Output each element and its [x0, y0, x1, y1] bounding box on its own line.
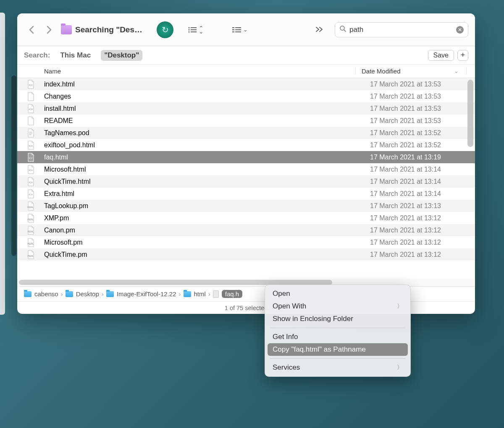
file-icon [17, 92, 44, 101]
finder-window: Searching "Des… ⌃⌄ ⌄ [17, 13, 475, 314]
file-row[interactable]: TagNames.pod17 March 2021 at 13:52 [17, 127, 475, 139]
pathbar-item[interactable]: Desktop [66, 290, 99, 298]
folder-icon [24, 291, 32, 297]
scope-this-mac[interactable]: This Mac [57, 50, 94, 61]
add-criteria-button[interactable]: + [457, 50, 468, 61]
svg-text:<>: <> [29, 107, 33, 111]
file-name: Extra.html [44, 190, 364, 198]
pathbar-item[interactable]: cabenso [24, 290, 58, 298]
ctx-services-label: Services [273, 363, 300, 372]
column-name[interactable]: Name [17, 68, 356, 75]
file-icon: PERL [17, 214, 44, 223]
file-icon [17, 128, 44, 138]
file-row[interactable]: PERLTagLookup.pm17 March 2021 at 13:13 [17, 200, 475, 212]
pathbar-label: Desktop [76, 290, 99, 298]
view-list-button[interactable]: ⌃⌄ [184, 24, 207, 36]
back-button[interactable] [24, 22, 39, 37]
svg-rect-7 [235, 27, 241, 28]
file-icon: <> [17, 153, 44, 162]
file-row[interactable]: Changes17 March 2021 at 13:53 [17, 90, 475, 102]
svg-text:<>: <> [29, 193, 33, 196]
scope-label: Search: [24, 51, 50, 60]
pathbar-label: Image-ExifTool-12.22 [117, 290, 176, 298]
svg-rect-5 [191, 31, 197, 32]
pathbar-item[interactable]: html [184, 290, 206, 298]
ctx-open-with[interactable]: Open With 〉 [265, 300, 410, 313]
svg-text:<>: <> [29, 83, 33, 87]
context-menu: Open Open With 〉 Show in Enclosing Folde… [265, 284, 411, 377]
svg-rect-6 [232, 27, 234, 28]
file-icon: <> [17, 177, 44, 186]
double-chevron-right-icon [315, 26, 324, 32]
file-name: Changes [44, 93, 364, 100]
file-date: 17 March 2021 at 13:53 [364, 93, 475, 100]
chevron-down-icon: ⌄ [243, 26, 248, 33]
pathbar-separator: › [61, 290, 63, 298]
file-row[interactable]: <>index.html17 March 2021 at 13:53 [17, 78, 475, 90]
file-name: install.html [44, 105, 364, 112]
file-name: faq.html [44, 154, 364, 161]
svg-rect-1 [191, 27, 197, 28]
vertical-scrollbar[interactable] [467, 80, 473, 147]
file-date: 17 March 2021 at 13:12 [364, 239, 475, 246]
file-name: TagNames.pod [44, 129, 364, 137]
ctx-copy-pathname[interactable]: Copy "faq.html" as Pathname [268, 343, 408, 356]
svg-text:PERL: PERL [28, 206, 34, 209]
file-row[interactable]: <>Microsoft.html17 March 2021 at 13:14 [17, 163, 475, 175]
svg-text:<>: <> [29, 144, 33, 148]
group-by-button[interactable]: ⌄ [229, 24, 251, 36]
forward-button[interactable] [42, 22, 57, 37]
file-row[interactable]: PERLCanon.pm17 March 2021 at 13:12 [17, 224, 475, 236]
svg-text:<>: <> [29, 180, 33, 184]
file-date: 17 March 2021 at 13:52 [364, 129, 475, 137]
ctx-get-info[interactable]: Get Info [265, 331, 410, 343]
ctx-open[interactable]: Open [265, 287, 410, 300]
pathbar-item[interactable]: faq.h [213, 290, 242, 298]
pathbar-label: html [194, 290, 206, 298]
pathbar-label: cabenso [34, 290, 58, 298]
file-date: 17 March 2021 at 13:53 [364, 105, 475, 112]
file-row[interactable]: <>install.html17 March 2021 at 13:53 [17, 102, 475, 115]
file-row[interactable]: PERLMicrosoft.pm17 March 2021 at 13:12 [17, 236, 475, 248]
search-input[interactable] [349, 26, 453, 34]
scope-desktop[interactable]: "Desktop" [101, 50, 142, 61]
file-name: TagLookup.pm [44, 202, 364, 210]
file-icon [17, 116, 44, 125]
ctx-services[interactable]: Services 〉 [265, 361, 410, 374]
save-search-button[interactable]: Save [428, 50, 454, 61]
file-row[interactable]: README17 March 2021 at 13:53 [17, 115, 475, 127]
file-name: Microsoft.pm [44, 239, 364, 246]
group-icon [232, 26, 242, 33]
time-machine-icon[interactable] [157, 21, 173, 38]
column-date-label: Date Modified [362, 68, 401, 75]
toolbar: Searching "Des… ⌃⌄ ⌄ [17, 13, 475, 46]
file-name: Microsoft.html [44, 166, 364, 173]
toolbar-overflow-button[interactable] [312, 22, 327, 37]
file-row[interactable]: <>faq.html17 March 2021 at 13:19 [17, 151, 475, 163]
file-date: 17 March 2021 at 13:12 [364, 227, 475, 234]
file-row[interactable]: <>exiftool_pod.html17 March 2021 at 13:5… [17, 139, 475, 151]
file-date: 17 March 2021 at 13:12 [364, 251, 475, 258]
ctx-show-enclosing[interactable]: Show in Enclosing Folder [265, 313, 410, 325]
file-row[interactable]: <>QuickTime.html17 March 2021 at 13:14 [17, 175, 475, 188]
svg-text:PERL: PERL [28, 243, 34, 245]
column-date-modified[interactable]: Date Modified ⌄ [356, 68, 467, 75]
file-row[interactable]: PERLQuickTime.pm17 March 2021 at 13:12 [17, 248, 475, 261]
svg-text:<>: <> [29, 168, 33, 172]
document-icon [213, 290, 219, 298]
list-icon [188, 26, 197, 33]
ctx-open-with-label: Open With [273, 302, 306, 311]
file-icon: PERL [17, 250, 44, 259]
svg-text:<>: <> [29, 156, 33, 160]
pathbar-item[interactable]: Image-ExifTool-12.22 [106, 290, 176, 298]
folder-icon [184, 291, 191, 297]
file-row[interactable]: <>Extra.html17 March 2021 at 13:14 [17, 188, 475, 200]
folder-icon [106, 291, 114, 297]
file-icon: PERL [17, 201, 44, 211]
window-title: Searching "Des… [61, 25, 142, 34]
svg-rect-8 [232, 29, 234, 30]
ctx-separator [270, 358, 405, 359]
chevron-left-icon [28, 26, 35, 34]
clear-search-icon[interactable]: ✕ [456, 26, 464, 34]
file-row[interactable]: PERLXMP.pm17 March 2021 at 13:12 [17, 212, 475, 224]
